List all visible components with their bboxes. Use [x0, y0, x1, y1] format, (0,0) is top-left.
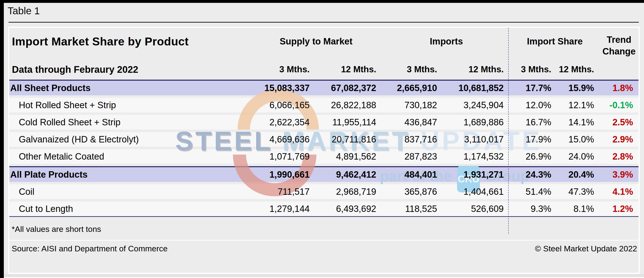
table-row-hot-rolled: Hot Rolled Sheet + Strip 6,066,165 26,82…	[9, 98, 638, 112]
cell-supply-3mths: 711,517	[233, 187, 316, 197]
cell-supply-12mths: 26,822,188	[316, 100, 383, 110]
table-row-galvanized: Galvanaized (HD & Electrolyt) 4,669,636 …	[9, 132, 638, 147]
cell-supply-3mths: 4,669,636	[233, 134, 316, 144]
cell-share-12mths: 47.3%	[557, 187, 600, 197]
row-label: Hot Rolled Sheet + Strip	[9, 100, 233, 110]
cell-supply-12mths: 2,968,719	[316, 187, 383, 197]
cell-imports-3mths: 730,182	[383, 100, 444, 110]
subheader-share-3mths: 3 Mths.	[510, 64, 557, 80]
source-text: Source: AISI and Department of Commerce	[12, 244, 168, 253]
column-group-trend-change: Trend Change	[600, 28, 638, 64]
row-label: All Plate Products	[9, 170, 233, 180]
table-row-all-sheet-products: All Sheet Products 15,083,337 67,082,372…	[9, 80, 638, 95]
trend-header-line1: Trend	[600, 34, 638, 46]
page-title: Import Market Share by Product	[9, 28, 233, 64]
cell-share-12mths: 8.1%	[557, 204, 600, 214]
table-card: STEEL MARKET UPDATE part of the CRU Grou…	[8, 27, 640, 274]
cell-share-3mths: 26.9%	[510, 152, 557, 162]
cell-share-12mths: 24.0%	[557, 152, 600, 162]
column-group-imports: Imports	[383, 28, 510, 64]
cell-imports-12mths: 10,681,852	[444, 83, 510, 93]
table-row-all-plate-products: All Plate Products 1,990,661 9,462,412 4…	[9, 166, 638, 182]
subheader-supply-3mths: 3 Mths.	[233, 64, 316, 80]
cell-trend-change: 1.2%	[600, 204, 638, 214]
cell-trend-change: 1.8%	[600, 83, 638, 93]
cell-imports-12mths: 1,931,271	[444, 170, 510, 180]
row-label: Coil	[9, 187, 233, 197]
cell-imports-3mths: 436,847	[383, 117, 444, 128]
row-label: All Sheet Products	[9, 83, 233, 93]
cell-trend-change: 2.9%	[600, 134, 638, 144]
column-group-supply: Supply to Market	[233, 28, 383, 64]
row-label: Cold Rolled Sheet + Strip	[9, 117, 233, 128]
cell-supply-3mths: 6,066,165	[233, 100, 316, 110]
cell-supply-3mths: 1,071,769	[233, 152, 316, 162]
top-border-bar	[0, 0, 644, 3]
footer-row: Source: AISI and Department of Commerce …	[9, 241, 638, 253]
table-row-cut-to-length: Cut to Length 1,279,144 6,493,692 118,52…	[9, 202, 638, 217]
page-subtitle: Data through Febraury 2022	[9, 64, 233, 80]
cell-imports-3mths: 118,525	[383, 204, 444, 214]
cell-supply-3mths: 1,990,661	[233, 170, 316, 180]
row-label: Cut to Length	[9, 204, 233, 214]
cell-imports-12mths: 3,245,904	[444, 100, 510, 110]
cell-imports-12mths: 1,689,886	[444, 117, 510, 128]
cell-supply-3mths: 2,622,354	[233, 117, 316, 128]
cell-supply-3mths: 1,279,144	[233, 204, 316, 214]
table-row-cold-rolled: Cold Rolled Sheet + Strip 2,622,354 11,9…	[9, 115, 638, 130]
subheader-share-12mths: 12 Mths.	[557, 64, 600, 80]
cell-supply-12mths: 4,891,562	[316, 152, 383, 162]
cell-share-3mths: 12.0%	[510, 100, 557, 110]
cell-supply-12mths: 20,711,816	[316, 134, 383, 144]
cell-imports-3mths: 365,876	[383, 187, 444, 197]
table-row-other-metallic-coated: Other Metalic Coated 1,071,769 4,891,562…	[9, 149, 638, 164]
cell-supply-3mths: 15,083,337	[233, 83, 316, 93]
cell-supply-12mths: 11,955,114	[316, 117, 383, 128]
bottom-margin-strip	[4, 274, 644, 278]
cell-share-12mths: 20.4%	[557, 170, 600, 180]
cell-share-3mths: 51.4%	[510, 187, 557, 197]
cell-imports-3mths: 287,823	[383, 152, 444, 162]
cell-imports-12mths: 1,174,532	[444, 152, 510, 162]
trend-header-line2: Change	[600, 46, 638, 57]
cell-share-12mths: 12.1%	[557, 100, 600, 110]
cell-supply-12mths: 9,462,412	[316, 170, 383, 180]
cell-trend-change: 4.1%	[600, 187, 638, 197]
cell-supply-12mths: 6,493,692	[316, 204, 383, 214]
copyright-text: © Steel Market Update 2022	[535, 244, 637, 253]
table-label: Table 1	[8, 5, 40, 17]
table-header: Import Market Share by Product Data thro…	[9, 28, 638, 80]
subheader-supply-12mths: 12 Mths.	[316, 64, 383, 80]
cell-trend-change: 3.9%	[600, 170, 638, 180]
header-rule	[8, 22, 639, 22]
left-border-bar	[0, 0, 4, 278]
cell-share-3mths: 17.7%	[510, 83, 557, 93]
subheader-imports-12mths: 12 Mths.	[444, 64, 510, 80]
cell-imports-3mths: 837,716	[383, 134, 444, 144]
cell-share-3mths: 9.3%	[510, 204, 557, 214]
cell-imports-12mths: 1,404,661	[444, 187, 510, 197]
row-label: Other Metalic Coated	[9, 152, 233, 162]
cell-imports-12mths: 3,110,017	[444, 134, 510, 144]
cell-share-3mths: 24.3%	[510, 170, 557, 180]
cell-share-3mths: 16.7%	[510, 117, 557, 128]
cell-trend-change: 2.8%	[600, 152, 638, 162]
row-label: Galvanaized (HD & Electrolyt)	[9, 134, 233, 144]
cell-imports-12mths: 526,609	[444, 204, 510, 214]
cell-trend-change: -0.1%	[600, 100, 638, 110]
column-group-import-share: Import Share	[510, 28, 600, 64]
table-row-coil: Coil 711,517 2,968,719 365,876 1,404,661…	[9, 184, 638, 199]
cell-trend-change: 2.5%	[600, 117, 638, 128]
cell-share-12mths: 15.0%	[557, 134, 600, 144]
cell-share-12mths: 15.9%	[557, 83, 600, 93]
cell-imports-3mths: 2,665,910	[383, 83, 444, 93]
cell-share-12mths: 14.1%	[557, 117, 600, 128]
footnote: *All values are short tons	[12, 224, 638, 234]
cell-share-3mths: 17.9%	[510, 134, 557, 144]
subheader-imports-3mths: 3 Mths.	[383, 64, 444, 80]
cell-supply-12mths: 67,082,372	[316, 83, 383, 93]
cell-imports-3mths: 484,401	[383, 170, 444, 180]
